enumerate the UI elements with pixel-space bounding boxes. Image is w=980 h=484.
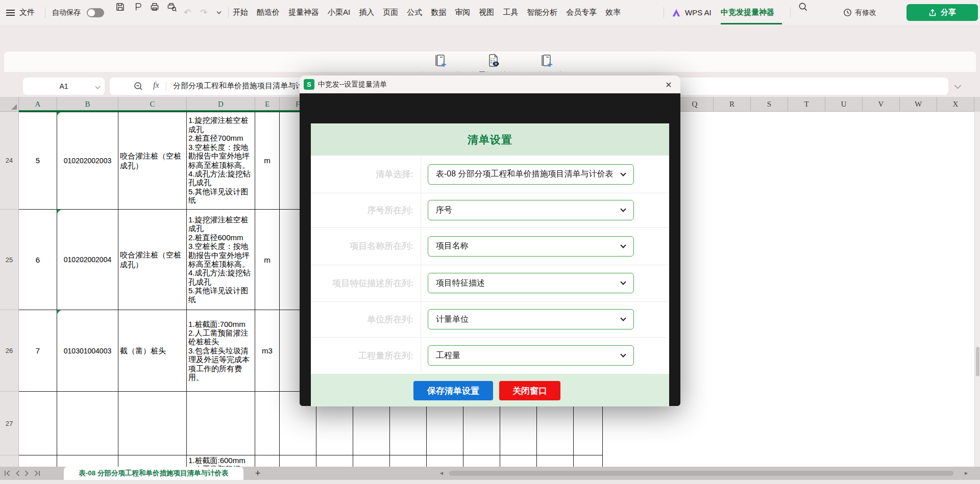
menu-公式[interactable]: 公式 (407, 8, 422, 17)
collapse-formula-bar-icon[interactable] (954, 82, 961, 89)
column-header-W[interactable]: W (900, 97, 937, 112)
chevron-down-icon[interactable] (216, 0, 222, 25)
tab-addin-active[interactable]: 中竞发提量神器 (721, 0, 774, 25)
name-box[interactable]: A1 (23, 78, 105, 95)
print-preview-icon[interactable] (165, 0, 179, 13)
cell-E28[interactable] (255, 455, 280, 467)
cell-E25[interactable]: m (255, 210, 280, 310)
row-header-26[interactable]: 26 (0, 310, 19, 392)
hscroll-right-icon[interactable]: ► (964, 470, 969, 476)
column-header-E[interactable]: E (255, 97, 280, 112)
menu-效率[interactable]: 效率 (605, 8, 621, 17)
export-pdf-icon[interactable] (131, 0, 144, 13)
first-sheet-icon[interactable] (4, 470, 11, 476)
menu-酷造价[interactable]: 酷造价 (257, 8, 280, 17)
cell-K28[interactable] (463, 455, 500, 467)
column-header-V[interactable]: V (863, 97, 900, 112)
cell-D26[interactable]: 1.桩截面:700mm 2.人工凿预留灌注砼桩桩头 3.包含桩头垃圾清理及外运等… (187, 310, 255, 392)
sheet-tab-active[interactable]: 表-08 分部分项工程和单价措施项目清单与计价表 (64, 467, 243, 480)
menu-页面[interactable]: 页面 (383, 8, 398, 17)
modified-status[interactable]: 有修改 (843, 0, 876, 25)
cell-G28[interactable] (316, 455, 353, 467)
zoom-formula-icon[interactable] (134, 82, 143, 91)
cell-D24[interactable]: 1.旋挖灌注桩空桩成孔 2.桩直径700mm 3.空桩长度：按地勘报告中室外地坪… (187, 112, 255, 210)
menu-审阅[interactable]: 审阅 (455, 8, 470, 17)
menu-会员专享[interactable]: 会员专享 (566, 8, 597, 17)
cell-J28[interactable] (427, 455, 463, 467)
column-header-R[interactable]: R (714, 97, 751, 112)
column-header-D[interactable]: D (187, 97, 255, 112)
cell-A28[interactable] (19, 455, 57, 467)
file-menu[interactable]: 文件 (19, 0, 35, 25)
save-icon[interactable] (113, 0, 127, 13)
redo-icon[interactable]: ↷ (200, 0, 207, 25)
row-header-hidden[interactable] (0, 455, 19, 467)
row-header-27[interactable]: 27 (0, 392, 19, 455)
cell-C26[interactable]: 截（凿）桩头 (118, 310, 187, 392)
column-header-C[interactable]: C (118, 97, 187, 112)
row-header-24[interactable]: 24 (0, 112, 19, 210)
menu-提量神器[interactable]: 提量神器 (288, 8, 319, 17)
cell-A25[interactable]: 6 (19, 210, 57, 310)
chevron-down-icon[interactable] (95, 84, 101, 89)
menu-数据[interactable]: 数据 (431, 8, 446, 17)
column-header-S[interactable]: S (751, 97, 788, 112)
hscroll-left-icon[interactable]: ◄ (439, 470, 444, 476)
column-header-X[interactable]: X (937, 97, 974, 112)
undo-icon[interactable]: ↶ (184, 0, 191, 25)
column-header-T[interactable]: T (788, 97, 825, 112)
menu-工具[interactable]: 工具 (503, 8, 518, 17)
last-sheet-icon[interactable] (34, 470, 40, 476)
menu-开始[interactable]: 开始 (233, 8, 248, 17)
column-header-U[interactable]: U (825, 97, 863, 112)
add-sheet-button[interactable]: + (251, 467, 264, 480)
cell-E26[interactable]: m3 (255, 310, 280, 392)
save-list-settings-button[interactable]: 保存清单设置 (413, 381, 493, 400)
cell-B26[interactable]: 010301004003 (57, 310, 118, 392)
cell-H28[interactable] (353, 455, 390, 467)
cell-F28[interactable] (280, 455, 316, 467)
cell-E24[interactable]: m (255, 112, 280, 210)
horizontal-scrollbar-thumb[interactable] (449, 471, 953, 476)
cell-A24[interactable]: 5 (19, 112, 57, 210)
cell-L28[interactable] (500, 455, 537, 467)
search-icon[interactable] (796, 0, 810, 13)
cell-C24[interactable]: 咬合灌注桩（空桩成孔） (118, 112, 187, 210)
field-select-2[interactable]: 序号 (428, 200, 634, 220)
cell-C25[interactable]: 咬合灌注桩（空桩成孔） (118, 210, 187, 310)
cell-N28[interactable] (574, 455, 603, 467)
select-all-corner[interactable] (0, 97, 19, 112)
close-window-button[interactable]: 关闭窗口 (499, 381, 560, 400)
fx-icon[interactable]: fx (153, 81, 159, 90)
field-select-4[interactable]: 项目特征描述 (428, 273, 634, 293)
field-select-5[interactable]: 计量单位 (428, 309, 634, 329)
cell-A27[interactable] (19, 392, 57, 455)
cell-B25[interactable]: 010202002004 (57, 210, 118, 310)
cell-I28[interactable] (390, 455, 427, 467)
cell-B28[interactable] (57, 455, 118, 467)
dialog-titlebar[interactable]: S 中竞发--设置提量清单 ✕ (300, 75, 680, 93)
autosave-toggle[interactable] (87, 8, 104, 17)
share-button[interactable]: 分享 (906, 4, 978, 21)
field-select-6[interactable]: 工程量 (428, 345, 634, 366)
column-header-A[interactable]: A (19, 97, 57, 112)
close-icon[interactable]: ✕ (663, 79, 674, 90)
menu-智能分析[interactable]: 智能分析 (527, 8, 557, 17)
field-select-1[interactable]: 表-08 分部分项工程和单价措施项目清单与计价表 (428, 164, 634, 185)
cell-D28[interactable]: 1.桩截面:600mm 2.人工凿预留灌 (187, 455, 255, 467)
cell-D25[interactable]: 1.旋挖灌注桩空桩成孔 2.桩直径600mm 3.空桩长度：按地勘报告中室外地坪… (187, 210, 255, 310)
menu-插入[interactable]: 插入 (359, 8, 374, 17)
row-header-25[interactable]: 25 (0, 210, 19, 310)
global-menu-icon[interactable] (6, 0, 15, 25)
cell-B24[interactable]: 010202002003 (57, 112, 118, 210)
menu-wps-ai[interactable]: WPS AI (671, 0, 712, 25)
column-header-B[interactable]: B (57, 97, 118, 112)
formula-content[interactable]: 分部分项工程和单价措施项目清单与计价表 (173, 81, 318, 91)
cell-D27[interactable] (187, 392, 255, 455)
cell-B27[interactable] (57, 392, 118, 455)
menu-视图[interactable]: 视图 (479, 8, 494, 17)
field-select-3[interactable]: 项目名称 (428, 236, 634, 257)
cell-E27[interactable] (255, 392, 280, 455)
prev-sheet-icon[interactable] (15, 470, 20, 476)
cell-C28[interactable] (118, 455, 187, 467)
